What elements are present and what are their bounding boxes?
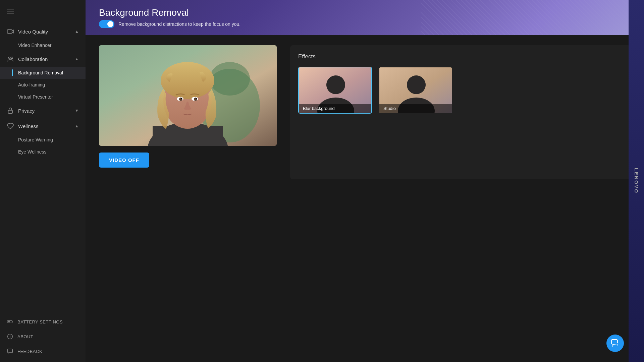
effects-panel: Effects [290,45,631,179]
lenovo-bar: Lenovo [629,0,644,362]
svg-point-23 [194,98,197,101]
nav-group-wellness[interactable]: Wellness ▲ [0,118,86,134]
nav-group-video-quality[interactable]: Video Quality ▲ [0,24,86,39]
svg-rect-0 [7,9,14,9]
collaboration-icon [7,55,14,63]
effect-card-studio[interactable]: Studio [379,67,452,114]
video-off-button[interactable]: VIDEO OFF [99,153,149,168]
nav-group-privacy-label: Privacy [18,108,35,114]
toggle-description: Remove background distractions to keep t… [118,21,240,27]
hamburger-button[interactable] [0,0,86,24]
sidebar-item-about[interactable]: About [0,329,86,344]
svg-rect-3 [7,30,12,34]
sidebar: Video Quality ▲ Video Enhancer Collabora… [0,0,86,362]
sidebar-item-virtual-presenter[interactable]: Virtual Presenter [0,91,86,103]
svg-point-14 [210,62,250,96]
wellness-icon [7,122,14,130]
sidebar-item-battery-settings[interactable]: Battery Settings [0,314,86,329]
nav-group-privacy[interactable]: Privacy ▼ [0,103,86,118]
feedback-label: Feedback [17,349,42,354]
svg-rect-16 [153,126,223,146]
about-label: About [17,334,33,339]
effects-title: Effects [298,53,623,60]
svg-point-4 [9,57,11,59]
content-area: VIDEO OFF Effects [86,35,644,362]
sidebar-bottom: Battery Settings About Feedback [0,311,86,362]
battery-settings-label: Battery Settings [17,319,63,324]
sidebar-item-background-removal[interactable]: Background Removal [0,67,86,79]
chevron-up-icon4: ▲ [75,124,79,128]
sidebar-item-posture-warning[interactable]: Posture Warning [0,134,86,146]
nav-group-video-quality-label: Video Quality [18,29,48,35]
nav-section-wellness: Wellness ▲ Posture Warning Eye Wellness [0,118,86,158]
video-panel: VIDEO OFF [99,45,277,352]
svg-rect-6 [8,110,13,113]
lenovo-label: Lenovo [634,168,639,194]
svg-rect-2 [7,13,14,13]
main-content: Background Removal Remove background dis… [86,0,644,362]
svg-point-27 [326,75,345,94]
effect-card-blur-background[interactable]: Blur background [298,67,372,114]
svg-point-22 [179,98,182,101]
chevron-down-icon3: ▼ [75,108,79,113]
chevron-up-icon2: ▲ [75,57,79,61]
nav-group-collaboration[interactable]: Collaboration ▲ [0,51,86,67]
svg-rect-11 [8,349,13,353]
nav-section-video-quality: Video Quality ▲ Video Enhancer [0,24,86,51]
chat-button[interactable] [606,335,624,352]
nav-section-privacy: Privacy ▼ [0,103,86,118]
blur-background-label: Blur background [299,104,371,113]
sidebar-item-eye-wellness[interactable]: Eye Wellness [0,146,86,158]
nav-section-collaboration: Collaboration ▲ Background Removal Auto-… [0,51,86,103]
battery-icon [7,318,13,325]
svg-point-10 [10,335,10,336]
svg-point-24 [181,98,182,99]
chevron-up-icon: ▲ [75,29,79,34]
sidebar-item-auto-framing[interactable]: Auto-framing [0,79,86,91]
nav-group-collaboration-label: Collaboration [18,56,48,62]
svg-rect-8 [8,321,10,322]
page-title: Background Removal [99,7,240,18]
info-icon [7,333,13,340]
nav-group-wellness-label: Wellness [18,123,39,129]
svg-point-25 [196,98,197,99]
header-banner: Background Removal Remove background dis… [86,0,644,35]
svg-point-30 [407,75,426,94]
svg-rect-1 [7,11,14,11]
sidebar-item-feedback[interactable]: Feedback [0,344,86,359]
studio-label: Studio [379,104,452,113]
chat-icon [611,339,620,348]
toggle-row: Remove background distractions to keep t… [99,20,240,28]
header-text-block: Background Removal Remove background dis… [99,7,240,28]
svg-point-5 [11,57,13,59]
background-removal-toggle[interactable] [99,20,114,28]
video-preview [99,45,277,146]
video-frame [99,45,277,146]
feedback-icon [7,348,13,355]
video-quality-icon [7,28,14,35]
sidebar-item-video-enhancer[interactable]: Video Enhancer [0,39,86,51]
effects-grid: Blur background [298,67,623,114]
privacy-icon [7,107,14,114]
